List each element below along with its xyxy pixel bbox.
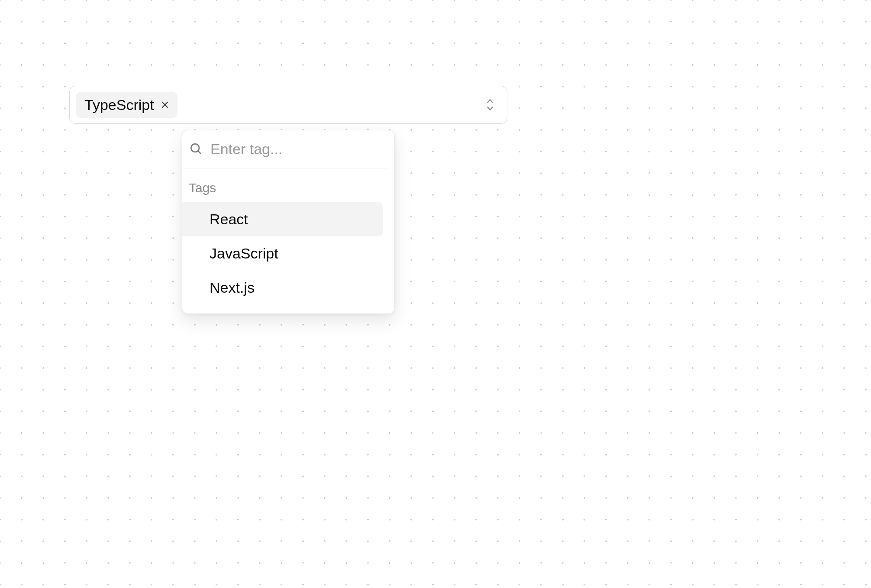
- tag-remove-button[interactable]: [160, 100, 170, 110]
- option-item[interactable]: JavaScript: [182, 236, 383, 271]
- tag-chip-label: TypeScript: [84, 97, 154, 113]
- selected-tags-area: TypeScript: [76, 92, 177, 118]
- close-icon: [160, 100, 170, 110]
- tag-combobox: TypeScript: [69, 86, 507, 124]
- options-group-label: Tags: [182, 168, 387, 200]
- option-item[interactable]: React: [182, 202, 383, 236]
- tag-chip: TypeScript: [76, 92, 177, 118]
- option-item[interactable]: Next.js: [182, 271, 383, 305]
- search-icon: [189, 142, 203, 157]
- svg-line-3: [198, 151, 201, 153]
- combobox-popover: Tags React JavaScript Next.js: [182, 130, 395, 314]
- tag-search-input[interactable]: [210, 141, 394, 158]
- chevrons-up-down-icon: [484, 97, 497, 113]
- combobox-trigger[interactable]: TypeScript: [69, 86, 507, 124]
- svg-point-2: [191, 144, 199, 152]
- options-list: React JavaScript Next.js: [182, 200, 387, 313]
- search-row: [182, 130, 387, 168]
